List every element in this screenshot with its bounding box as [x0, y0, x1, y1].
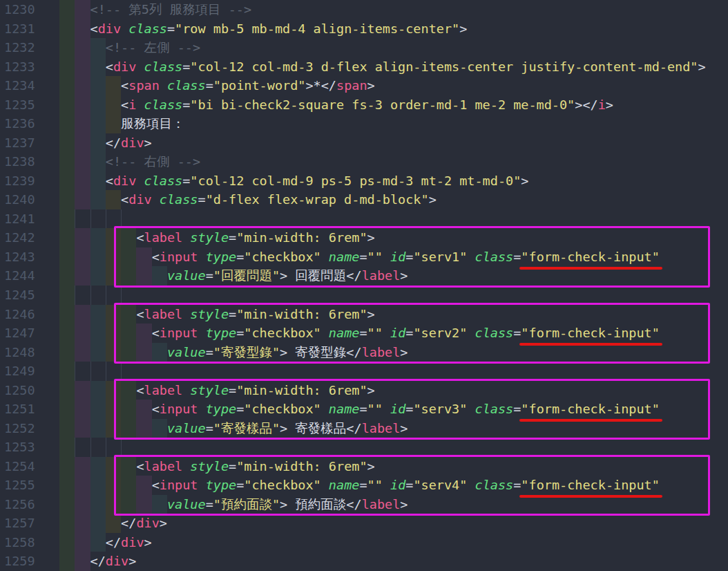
code-text: <label style="min-width: 6rem">	[59, 307, 375, 321]
code-line[interactable]: <input type="checkbox" name="" id="serv4…	[59, 476, 728, 495]
code-token: "checkbox"	[244, 478, 320, 492]
line-number[interactable]: 1254	[0, 457, 59, 476]
code-token: span	[336, 78, 367, 93]
code-line[interactable]: </div>	[59, 533, 728, 552]
code-editor: 1230 <!-- 第5列 服務項目 -->1231 <div class="r…	[0, 0, 728, 571]
line-number[interactable]: 1250	[0, 381, 59, 400]
line-number[interactable]: 1251	[0, 400, 59, 419]
code-token: value	[167, 497, 206, 512]
code-text: <input type="checkbox" name="" id="serv1…	[59, 250, 660, 264]
code-line[interactable]: <!-- 第5列 服務項目 -->	[59, 0, 728, 19]
editor-row: 1230 <!-- 第5列 服務項目 -->	[0, 0, 728, 19]
line-number[interactable]: 1237	[0, 133, 59, 153]
line-number[interactable]: 1243	[0, 247, 59, 267]
code-line[interactable]: value="回覆問題"> 回覆問題</label>	[59, 266, 728, 286]
code-token: <	[90, 21, 98, 36]
code-token: style	[182, 307, 229, 321]
code-line[interactable]: <!-- 右側 -->	[59, 152, 728, 171]
code-token: label	[144, 307, 183, 321]
code-token: "bi bi-check2-square fs-3 order-md-1 me-…	[190, 97, 575, 112]
code-token: <	[106, 174, 113, 188]
line-number[interactable]: 1255	[0, 476, 59, 495]
code-line[interactable]: <span class="point-word">*</span>	[59, 76, 728, 95]
line-number[interactable]: 1252	[0, 419, 59, 438]
code-line[interactable]	[59, 286, 728, 305]
line-number[interactable]: 1256	[0, 495, 59, 514]
code-line[interactable]: <div class="row mb-5 mb-md-4 align-items…	[59, 19, 728, 39]
code-line[interactable]: <div class="col-12 col-md-3 d-flex align…	[59, 57, 728, 77]
code-token: =	[182, 174, 190, 188]
code-line[interactable]: <label style="min-width: 6rem">	[59, 457, 728, 476]
code-line[interactable]: <label style="min-width: 6rem">	[59, 305, 728, 324]
code-token: ""	[367, 478, 383, 492]
code-line[interactable]: <i class="bi bi-check2-square fs-3 order…	[59, 95, 728, 115]
code-line[interactable]: </div>	[59, 514, 728, 533]
line-number[interactable]: 1231	[0, 19, 59, 39]
editor-row: 1240 <div class="d-flex flex-wrap d-md-b…	[0, 190, 728, 209]
line-number[interactable]: 1245	[0, 286, 59, 305]
code-token: style	[182, 383, 229, 397]
code-token: id	[383, 478, 405, 492]
code-token: input	[160, 326, 198, 340]
line-number[interactable]: 1244	[0, 266, 59, 286]
code-token: "min-width: 6rem"	[236, 230, 367, 245]
code-line[interactable]: value="寄發樣品"> 寄發樣品</label>	[59, 419, 728, 438]
code-line[interactable]: value="寄發型錄"> 寄發型錄</label>	[59, 343, 728, 362]
code-line[interactable]: <div class="col-12 col-md-9 ps-5 ps-md-3…	[59, 171, 728, 191]
code-token: =	[405, 250, 413, 264]
line-number[interactable]: 1240	[0, 190, 59, 209]
code-token: div	[106, 554, 128, 568]
editor-row: 1248 value="寄發型錄"> 寄發型錄</label>	[0, 343, 728, 362]
code-line[interactable]	[59, 362, 728, 381]
code-token: >	[280, 497, 295, 512]
line-number[interactable]: 1242	[0, 228, 59, 247]
editor-row: 1257 </div>	[0, 514, 728, 533]
code-line[interactable]: <input type="checkbox" name="" id="serv3…	[59, 400, 728, 419]
line-number[interactable]: 1236	[0, 114, 59, 133]
code-line[interactable]: <div class="d-flex flex-wrap d-md-block"…	[59, 190, 728, 209]
code-token: type	[198, 326, 237, 340]
code-token: "min-width: 6rem"	[236, 383, 367, 397]
code-line[interactable]: value="預約面談"> 預約面談</label>	[59, 495, 728, 514]
line-number[interactable]: 1241	[0, 209, 59, 229]
code-line[interactable]: <!-- 左側 -->	[59, 38, 728, 57]
indent-guide	[75, 209, 75, 229]
code-line[interactable]: <label style="min-width: 6rem">	[59, 228, 728, 247]
code-token: "回覆問題"	[213, 268, 280, 283]
code-line[interactable]: 服務項目：	[59, 114, 728, 133]
code-line[interactable]: </div>	[59, 133, 728, 153]
code-token: </	[346, 497, 361, 512]
code-text: </div>	[59, 135, 152, 150]
code-token: >	[280, 421, 295, 436]
line-number[interactable]: 1233	[0, 57, 59, 77]
indent-guide	[90, 209, 91, 229]
code-line[interactable]	[59, 438, 728, 457]
line-number[interactable]: 1259	[0, 552, 59, 571]
code-line[interactable]: <input type="checkbox" name="" id="serv1…	[59, 247, 728, 267]
line-number[interactable]: 1249	[0, 362, 59, 381]
line-number[interactable]: 1235	[0, 95, 59, 115]
code-line[interactable]: </div>	[59, 552, 728, 571]
line-number[interactable]: 1257	[0, 514, 59, 533]
code-token: class	[467, 326, 513, 340]
code-token: ""	[367, 402, 383, 416]
code-token: class	[467, 402, 513, 416]
line-number[interactable]: 1230	[0, 0, 59, 19]
code-text: value="寄發型錄"> 寄發型錄</label>	[59, 345, 408, 359]
code-token: >	[367, 383, 375, 397]
line-number[interactable]: 1246	[0, 305, 59, 324]
code-token: <	[136, 307, 144, 321]
line-number[interactable]: 1253	[0, 438, 59, 457]
line-number[interactable]: 1234	[0, 76, 59, 95]
line-number[interactable]: 1238	[0, 152, 59, 171]
line-number[interactable]: 1232	[0, 38, 59, 57]
line-number[interactable]: 1248	[0, 343, 59, 362]
code-line[interactable]: <label style="min-width: 6rem">	[59, 381, 728, 400]
code-token: =	[206, 268, 213, 283]
code-token: "serv1"	[413, 250, 467, 264]
line-number[interactable]: 1247	[0, 324, 59, 343]
line-number[interactable]: 1258	[0, 533, 59, 552]
code-line[interactable]: <input type="checkbox" name="" id="serv2…	[59, 324, 728, 343]
line-number[interactable]: 1239	[0, 171, 59, 191]
code-line[interactable]	[59, 209, 728, 229]
